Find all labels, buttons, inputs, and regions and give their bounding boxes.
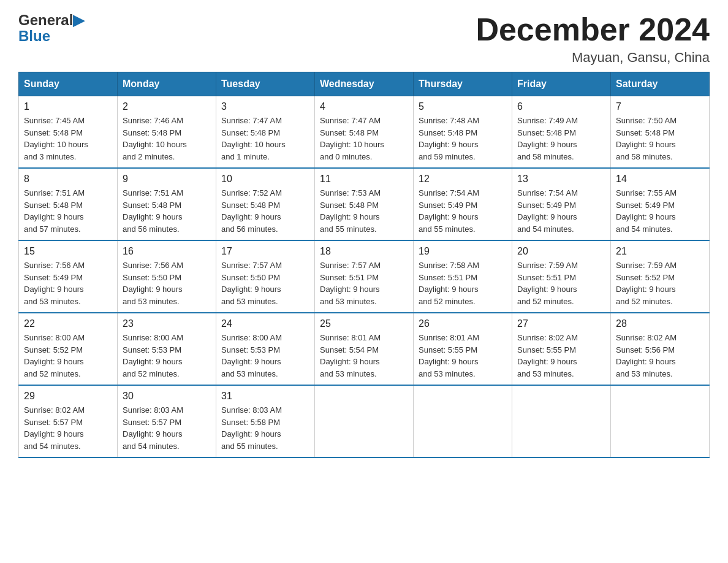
day-info: Sunrise: 7:52 AM Sunset: 5:48 PM Dayligh… — [221, 187, 309, 235]
calendar-cell: 13Sunrise: 7:54 AM Sunset: 5:49 PM Dayli… — [512, 168, 611, 240]
day-number: 19 — [419, 246, 507, 257]
day-number: 25 — [320, 318, 408, 329]
day-number: 5 — [419, 101, 507, 112]
day-info: Sunrise: 7:59 AM Sunset: 5:52 PM Dayligh… — [616, 259, 704, 307]
day-info: Sunrise: 7:56 AM Sunset: 5:49 PM Dayligh… — [24, 259, 112, 307]
day-info: Sunrise: 7:49 AM Sunset: 5:48 PM Dayligh… — [517, 115, 605, 163]
header-tuesday: Tuesday — [216, 72, 315, 96]
day-number: 16 — [123, 246, 211, 257]
calendar-cell: 4Sunrise: 7:47 AM Sunset: 5:48 PM Daylig… — [315, 96, 414, 169]
day-number: 8 — [24, 174, 112, 185]
calendar-cell: 17Sunrise: 7:57 AM Sunset: 5:50 PM Dayli… — [216, 240, 315, 313]
day-number: 6 — [517, 101, 605, 112]
calendar-cell: 5Sunrise: 7:48 AM Sunset: 5:48 PM Daylig… — [414, 96, 512, 169]
calendar-cell — [315, 385, 414, 458]
header-monday: Monday — [118, 72, 216, 96]
day-info: Sunrise: 8:03 AM Sunset: 5:57 PM Dayligh… — [123, 404, 211, 452]
day-number: 15 — [24, 246, 112, 257]
day-number: 23 — [123, 318, 211, 329]
calendar-cell: 14Sunrise: 7:55 AM Sunset: 5:49 PM Dayli… — [611, 168, 710, 240]
location: Mayuan, Gansu, China — [476, 50, 710, 66]
calendar-cell: 24Sunrise: 8:00 AM Sunset: 5:53 PM Dayli… — [216, 313, 315, 385]
day-info: Sunrise: 7:53 AM Sunset: 5:48 PM Dayligh… — [320, 187, 408, 235]
calendar-cell: 18Sunrise: 7:57 AM Sunset: 5:51 PM Dayli… — [315, 240, 414, 313]
week-row-2: 8Sunrise: 7:51 AM Sunset: 5:48 PM Daylig… — [19, 168, 710, 240]
header-saturday: Saturday — [611, 72, 710, 96]
day-info: Sunrise: 8:01 AM Sunset: 5:55 PM Dayligh… — [419, 332, 507, 380]
day-info: Sunrise: 7:45 AM Sunset: 5:48 PM Dayligh… — [24, 115, 112, 163]
week-row-3: 15Sunrise: 7:56 AM Sunset: 5:49 PM Dayli… — [19, 240, 710, 313]
day-number: 28 — [616, 318, 704, 329]
calendar-cell: 20Sunrise: 7:59 AM Sunset: 5:51 PM Dayli… — [512, 240, 611, 313]
day-number: 1 — [24, 101, 112, 112]
week-row-1: 1Sunrise: 7:45 AM Sunset: 5:48 PM Daylig… — [19, 96, 710, 169]
day-number: 31 — [221, 391, 309, 402]
header-wednesday: Wednesday — [315, 72, 414, 96]
calendar-cell: 7Sunrise: 7:50 AM Sunset: 5:48 PM Daylig… — [611, 96, 710, 169]
day-info: Sunrise: 7:50 AM Sunset: 5:48 PM Dayligh… — [616, 115, 704, 163]
calendar-cell — [512, 385, 611, 458]
day-info: Sunrise: 7:54 AM Sunset: 5:49 PM Dayligh… — [517, 187, 605, 235]
day-info: Sunrise: 7:57 AM Sunset: 5:50 PM Dayligh… — [221, 259, 309, 307]
day-number: 26 — [419, 318, 507, 329]
calendar-cell: 10Sunrise: 7:52 AM Sunset: 5:48 PM Dayli… — [216, 168, 315, 240]
day-info: Sunrise: 7:59 AM Sunset: 5:51 PM Dayligh… — [517, 259, 605, 307]
page-header: General▶Blue December 2024 Mayuan, Gansu… — [18, 12, 710, 66]
day-info: Sunrise: 7:54 AM Sunset: 5:49 PM Dayligh… — [419, 187, 507, 235]
day-number: 20 — [517, 246, 605, 257]
logo: General▶Blue — [18, 12, 84, 45]
day-number: 17 — [221, 246, 309, 257]
calendar-cell — [611, 385, 710, 458]
calendar-cell: 8Sunrise: 7:51 AM Sunset: 5:48 PM Daylig… — [19, 168, 118, 240]
day-info: Sunrise: 7:46 AM Sunset: 5:48 PM Dayligh… — [123, 115, 211, 163]
day-info: Sunrise: 7:47 AM Sunset: 5:48 PM Dayligh… — [320, 115, 408, 163]
day-info: Sunrise: 8:00 AM Sunset: 5:52 PM Dayligh… — [24, 332, 112, 380]
header-thursday: Thursday — [414, 72, 512, 96]
day-info: Sunrise: 7:51 AM Sunset: 5:48 PM Dayligh… — [123, 187, 211, 235]
calendar-cell: 30Sunrise: 8:03 AM Sunset: 5:57 PM Dayli… — [118, 385, 216, 458]
week-row-5: 29Sunrise: 8:02 AM Sunset: 5:57 PM Dayli… — [19, 385, 710, 458]
day-info: Sunrise: 8:01 AM Sunset: 5:54 PM Dayligh… — [320, 332, 408, 380]
day-number: 9 — [123, 174, 211, 185]
calendar-cell: 1Sunrise: 7:45 AM Sunset: 5:48 PM Daylig… — [19, 96, 118, 169]
day-number: 22 — [24, 318, 112, 329]
week-row-4: 22Sunrise: 8:00 AM Sunset: 5:52 PM Dayli… — [19, 313, 710, 385]
calendar-cell: 11Sunrise: 7:53 AM Sunset: 5:48 PM Dayli… — [315, 168, 414, 240]
calendar-cell: 6Sunrise: 7:49 AM Sunset: 5:48 PM Daylig… — [512, 96, 611, 169]
day-number: 4 — [320, 101, 408, 112]
day-number: 11 — [320, 174, 408, 185]
calendar-table: SundayMondayTuesdayWednesdayThursdayFrid… — [18, 72, 710, 458]
calendar-cell — [414, 385, 512, 458]
day-info: Sunrise: 8:00 AM Sunset: 5:53 PM Dayligh… — [123, 332, 211, 380]
day-info: Sunrise: 7:51 AM Sunset: 5:48 PM Dayligh… — [24, 187, 112, 235]
calendar-cell: 27Sunrise: 8:02 AM Sunset: 5:55 PM Dayli… — [512, 313, 611, 385]
calendar-cell: 16Sunrise: 7:56 AM Sunset: 5:50 PM Dayli… — [118, 240, 216, 313]
calendar-header-row: SundayMondayTuesdayWednesdayThursdayFrid… — [19, 72, 710, 96]
day-info: Sunrise: 7:47 AM Sunset: 5:48 PM Dayligh… — [221, 115, 309, 163]
day-number: 21 — [616, 246, 704, 257]
day-info: Sunrise: 8:02 AM Sunset: 5:57 PM Dayligh… — [24, 404, 112, 452]
header-friday: Friday — [512, 72, 611, 96]
calendar-cell: 9Sunrise: 7:51 AM Sunset: 5:48 PM Daylig… — [118, 168, 216, 240]
title-block: December 2024 Mayuan, Gansu, China — [476, 12, 710, 66]
calendar-cell: 21Sunrise: 7:59 AM Sunset: 5:52 PM Dayli… — [611, 240, 710, 313]
calendar-cell: 23Sunrise: 8:00 AM Sunset: 5:53 PM Dayli… — [118, 313, 216, 385]
day-number: 7 — [616, 101, 704, 112]
day-number: 14 — [616, 174, 704, 185]
day-number: 13 — [517, 174, 605, 185]
day-number: 30 — [123, 391, 211, 402]
calendar-cell: 22Sunrise: 8:00 AM Sunset: 5:52 PM Dayli… — [19, 313, 118, 385]
header-sunday: Sunday — [19, 72, 118, 96]
calendar-cell: 25Sunrise: 8:01 AM Sunset: 5:54 PM Dayli… — [315, 313, 414, 385]
calendar-cell: 15Sunrise: 7:56 AM Sunset: 5:49 PM Dayli… — [19, 240, 118, 313]
day-number: 29 — [24, 391, 112, 402]
calendar-cell: 29Sunrise: 8:02 AM Sunset: 5:57 PM Dayli… — [19, 385, 118, 458]
day-number: 24 — [221, 318, 309, 329]
month-title: December 2024 — [476, 12, 710, 47]
day-info: Sunrise: 7:55 AM Sunset: 5:49 PM Dayligh… — [616, 187, 704, 235]
day-info: Sunrise: 7:56 AM Sunset: 5:50 PM Dayligh… — [123, 259, 211, 307]
day-number: 3 — [221, 101, 309, 112]
day-info: Sunrise: 8:03 AM Sunset: 5:58 PM Dayligh… — [221, 404, 309, 452]
day-info: Sunrise: 8:00 AM Sunset: 5:53 PM Dayligh… — [221, 332, 309, 380]
day-info: Sunrise: 7:48 AM Sunset: 5:48 PM Dayligh… — [419, 115, 507, 163]
